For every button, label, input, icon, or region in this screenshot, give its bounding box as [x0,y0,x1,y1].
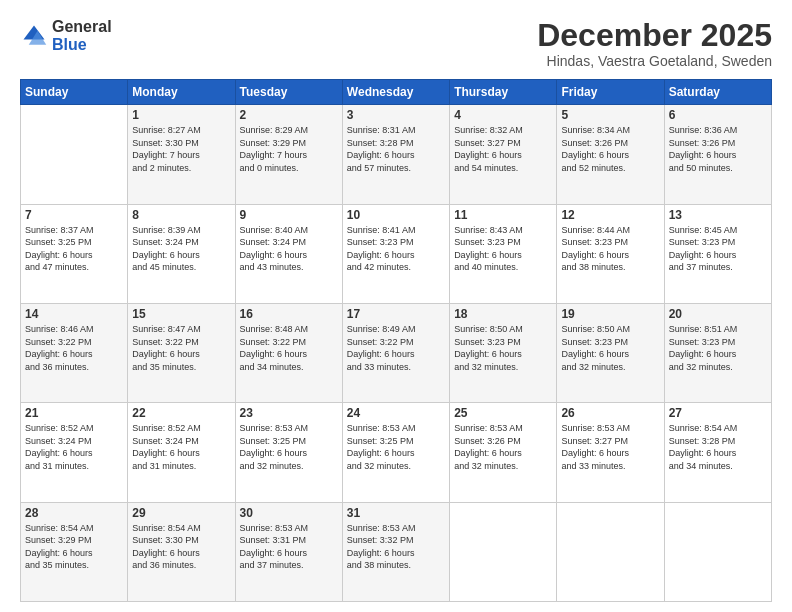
month-title: December 2025 [537,18,772,53]
logo: General Blue [20,18,112,53]
day-info: Sunrise: 8:48 AM Sunset: 3:22 PM Dayligh… [240,323,338,373]
calendar-cell: 20Sunrise: 8:51 AM Sunset: 3:23 PM Dayli… [664,303,771,402]
calendar-cell: 4Sunrise: 8:32 AM Sunset: 3:27 PM Daylig… [450,105,557,204]
logo-icon [20,22,48,50]
day-info: Sunrise: 8:53 AM Sunset: 3:25 PM Dayligh… [347,422,445,472]
calendar-table: SundayMondayTuesdayWednesdayThursdayFrid… [20,79,772,602]
calendar-cell: 25Sunrise: 8:53 AM Sunset: 3:26 PM Dayli… [450,403,557,502]
day-number: 3 [347,108,445,122]
day-number: 14 [25,307,123,321]
logo-blue: Blue [52,36,112,54]
day-info: Sunrise: 8:36 AM Sunset: 3:26 PM Dayligh… [669,124,767,174]
day-info: Sunrise: 8:41 AM Sunset: 3:23 PM Dayligh… [347,224,445,274]
day-info: Sunrise: 8:54 AM Sunset: 3:30 PM Dayligh… [132,522,230,572]
calendar-cell: 31Sunrise: 8:53 AM Sunset: 3:32 PM Dayli… [342,502,449,601]
day-info: Sunrise: 8:43 AM Sunset: 3:23 PM Dayligh… [454,224,552,274]
calendar-cell: 23Sunrise: 8:53 AM Sunset: 3:25 PM Dayli… [235,403,342,502]
day-number: 15 [132,307,230,321]
calendar-cell: 16Sunrise: 8:48 AM Sunset: 3:22 PM Dayli… [235,303,342,402]
calendar-cell: 15Sunrise: 8:47 AM Sunset: 3:22 PM Dayli… [128,303,235,402]
day-number: 22 [132,406,230,420]
calendar-header-tuesday: Tuesday [235,80,342,105]
calendar-cell: 30Sunrise: 8:53 AM Sunset: 3:31 PM Dayli… [235,502,342,601]
day-info: Sunrise: 8:37 AM Sunset: 3:25 PM Dayligh… [25,224,123,274]
page: General Blue December 2025 Hindas, Vaest… [0,0,792,612]
title-area: December 2025 Hindas, Vaestra Goetaland,… [537,18,772,69]
calendar-cell: 9Sunrise: 8:40 AM Sunset: 3:24 PM Daylig… [235,204,342,303]
day-number: 21 [25,406,123,420]
day-info: Sunrise: 8:53 AM Sunset: 3:27 PM Dayligh… [561,422,659,472]
day-number: 17 [347,307,445,321]
calendar-cell: 6Sunrise: 8:36 AM Sunset: 3:26 PM Daylig… [664,105,771,204]
calendar-cell: 10Sunrise: 8:41 AM Sunset: 3:23 PM Dayli… [342,204,449,303]
calendar-header-thursday: Thursday [450,80,557,105]
day-info: Sunrise: 8:53 AM Sunset: 3:32 PM Dayligh… [347,522,445,572]
calendar-cell: 19Sunrise: 8:50 AM Sunset: 3:23 PM Dayli… [557,303,664,402]
day-info: Sunrise: 8:50 AM Sunset: 3:23 PM Dayligh… [561,323,659,373]
day-info: Sunrise: 8:47 AM Sunset: 3:22 PM Dayligh… [132,323,230,373]
calendar-cell: 12Sunrise: 8:44 AM Sunset: 3:23 PM Dayli… [557,204,664,303]
day-info: Sunrise: 8:52 AM Sunset: 3:24 PM Dayligh… [25,422,123,472]
day-number: 6 [669,108,767,122]
day-number: 26 [561,406,659,420]
calendar-cell: 11Sunrise: 8:43 AM Sunset: 3:23 PM Dayli… [450,204,557,303]
day-number: 7 [25,208,123,222]
day-number: 2 [240,108,338,122]
day-info: Sunrise: 8:46 AM Sunset: 3:22 PM Dayligh… [25,323,123,373]
day-number: 8 [132,208,230,222]
calendar-cell [450,502,557,601]
day-info: Sunrise: 8:51 AM Sunset: 3:23 PM Dayligh… [669,323,767,373]
calendar-cell [21,105,128,204]
day-info: Sunrise: 8:54 AM Sunset: 3:29 PM Dayligh… [25,522,123,572]
day-info: Sunrise: 8:50 AM Sunset: 3:23 PM Dayligh… [454,323,552,373]
day-number: 27 [669,406,767,420]
calendar-cell: 27Sunrise: 8:54 AM Sunset: 3:28 PM Dayli… [664,403,771,502]
day-info: Sunrise: 8:39 AM Sunset: 3:24 PM Dayligh… [132,224,230,274]
calendar-cell: 13Sunrise: 8:45 AM Sunset: 3:23 PM Dayli… [664,204,771,303]
day-number: 28 [25,506,123,520]
calendar-cell: 29Sunrise: 8:54 AM Sunset: 3:30 PM Dayli… [128,502,235,601]
day-info: Sunrise: 8:53 AM Sunset: 3:25 PM Dayligh… [240,422,338,472]
location-subtitle: Hindas, Vaestra Goetaland, Sweden [537,53,772,69]
day-number: 31 [347,506,445,520]
calendar-cell: 7Sunrise: 8:37 AM Sunset: 3:25 PM Daylig… [21,204,128,303]
day-number: 9 [240,208,338,222]
day-number: 13 [669,208,767,222]
day-number: 16 [240,307,338,321]
day-info: Sunrise: 8:54 AM Sunset: 3:28 PM Dayligh… [669,422,767,472]
day-number: 29 [132,506,230,520]
day-info: Sunrise: 8:53 AM Sunset: 3:26 PM Dayligh… [454,422,552,472]
day-number: 20 [669,307,767,321]
calendar-cell: 3Sunrise: 8:31 AM Sunset: 3:28 PM Daylig… [342,105,449,204]
calendar-cell: 28Sunrise: 8:54 AM Sunset: 3:29 PM Dayli… [21,502,128,601]
calendar-header-row: SundayMondayTuesdayWednesdayThursdayFrid… [21,80,772,105]
header: General Blue December 2025 Hindas, Vaest… [20,18,772,69]
day-number: 10 [347,208,445,222]
day-info: Sunrise: 8:53 AM Sunset: 3:31 PM Dayligh… [240,522,338,572]
calendar-header-friday: Friday [557,80,664,105]
calendar-header-monday: Monday [128,80,235,105]
day-number: 30 [240,506,338,520]
day-info: Sunrise: 8:34 AM Sunset: 3:26 PM Dayligh… [561,124,659,174]
day-number: 12 [561,208,659,222]
calendar-cell [557,502,664,601]
calendar-cell: 26Sunrise: 8:53 AM Sunset: 3:27 PM Dayli… [557,403,664,502]
calendar-cell: 22Sunrise: 8:52 AM Sunset: 3:24 PM Dayli… [128,403,235,502]
calendar-cell: 24Sunrise: 8:53 AM Sunset: 3:25 PM Dayli… [342,403,449,502]
calendar-header-wednesday: Wednesday [342,80,449,105]
day-info: Sunrise: 8:32 AM Sunset: 3:27 PM Dayligh… [454,124,552,174]
calendar-week-row: 1Sunrise: 8:27 AM Sunset: 3:30 PM Daylig… [21,105,772,204]
day-number: 19 [561,307,659,321]
calendar-week-row: 7Sunrise: 8:37 AM Sunset: 3:25 PM Daylig… [21,204,772,303]
calendar-cell: 1Sunrise: 8:27 AM Sunset: 3:30 PM Daylig… [128,105,235,204]
day-number: 4 [454,108,552,122]
day-number: 11 [454,208,552,222]
day-number: 23 [240,406,338,420]
calendar-cell: 8Sunrise: 8:39 AM Sunset: 3:24 PM Daylig… [128,204,235,303]
calendar-cell: 21Sunrise: 8:52 AM Sunset: 3:24 PM Dayli… [21,403,128,502]
calendar-header-sunday: Sunday [21,80,128,105]
day-info: Sunrise: 8:31 AM Sunset: 3:28 PM Dayligh… [347,124,445,174]
day-number: 5 [561,108,659,122]
calendar-cell: 2Sunrise: 8:29 AM Sunset: 3:29 PM Daylig… [235,105,342,204]
calendar-cell: 5Sunrise: 8:34 AM Sunset: 3:26 PM Daylig… [557,105,664,204]
